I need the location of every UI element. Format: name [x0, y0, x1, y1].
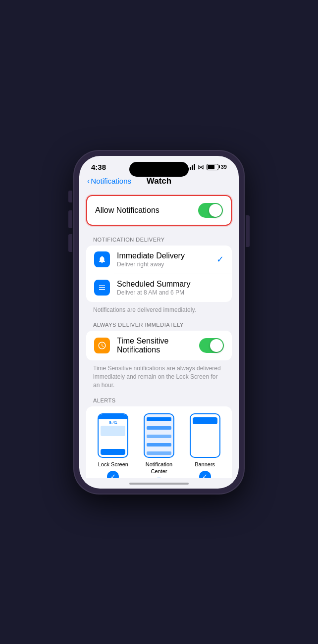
battery-percent: 39: [221, 164, 227, 170]
time-sensitive-row[interactable]: Time Sensitive Notifications: [86, 331, 232, 360]
time-sensitive-helper-text: Time Sensitive notifications are always …: [79, 360, 239, 391]
immediate-delivery-text: Immediate Delivery Deliver right away: [117, 251, 210, 268]
immediate-delivery-title: Immediate Delivery: [117, 251, 210, 260]
notification-center-alert-item[interactable]: NotificationCenter ✓: [144, 413, 174, 478]
lock-screen-check: ✓: [107, 471, 119, 478]
back-label: Notifications: [91, 177, 131, 185]
phone-screen: 4:38 ⋈ 39 ‹ Notifications Watch: [79, 156, 239, 489]
scroll-content: Allow Notifications NOTIFICATION DELIVER…: [79, 190, 239, 478]
dynamic-island: [129, 162, 189, 177]
allow-notifications-toggle[interactable]: [198, 203, 223, 218]
lock-screen-alert-item[interactable]: 9:41 Lock Screen ✓: [98, 413, 128, 478]
immediate-delivery-subtitle: Deliver right away: [117, 261, 210, 268]
toggle-knob: [209, 204, 222, 217]
bell-icon: [94, 251, 110, 267]
banners-label: Banners: [195, 461, 215, 468]
allow-notifications-row[interactable]: Allow Notifications: [86, 195, 232, 226]
notification-delivery-section-label: NOTIFICATION DELIVERY: [79, 231, 239, 246]
volume-down-button[interactable]: [68, 234, 72, 252]
chevron-left-icon: ‹: [87, 177, 90, 186]
volume-up-button[interactable]: [68, 210, 72, 228]
lock-screen-time: 9:41: [99, 419, 127, 426]
battery-icon: [207, 164, 218, 170]
page-title: Watch: [147, 176, 171, 186]
scheduled-summary-subtitle: Deliver at 8 AM and 6 PM: [117, 289, 224, 296]
list-icon: [94, 280, 110, 296]
banners-check: ✓: [199, 471, 211, 478]
always-deliver-section-label: ALWAYS DELIVER IMMEDIATELY: [79, 316, 239, 331]
silent-switch[interactable]: [68, 191, 72, 202]
delivery-helper-text: Notifications are delivered immediately.: [79, 302, 239, 316]
back-button[interactable]: ‹ Notifications: [87, 177, 131, 186]
phone-frame: 4:38 ⋈ 39 ‹ Notifications Watch: [74, 151, 244, 494]
signal-icon: [188, 164, 195, 170]
notification-delivery-card: Immediate Delivery Deliver right away ✓ …: [86, 246, 232, 302]
lock-screen-illustration: 9:41: [98, 413, 128, 458]
allow-notifications-label: Allow Notifications: [95, 206, 159, 215]
always-deliver-card: Time Sensitive Notifications: [86, 331, 232, 360]
scheduled-summary-title: Scheduled Summary: [117, 280, 224, 289]
immediate-delivery-row[interactable]: Immediate Delivery Deliver right away ✓: [86, 246, 232, 274]
time-sensitive-text: Time Sensitive Notifications: [117, 337, 192, 354]
notification-center-label: NotificationCenter: [146, 461, 172, 475]
time-sensitive-toggle[interactable]: [199, 338, 224, 353]
time-sensitive-toggle-knob: [210, 339, 223, 352]
wifi-icon: ⋈: [198, 163, 204, 171]
scheduled-summary-text: Scheduled Summary Deliver at 8 AM and 6 …: [117, 280, 224, 296]
clock-icon: [94, 338, 110, 353]
banners-illustration: [190, 413, 220, 458]
scheduled-summary-row[interactable]: Scheduled Summary Deliver at 8 AM and 6 …: [86, 274, 232, 302]
alerts-card: 9:41 Lock Screen ✓: [86, 406, 232, 478]
status-icons: ⋈ 39: [188, 163, 227, 171]
alerts-section-label: ALERTS: [79, 392, 239, 406]
home-indicator[interactable]: [129, 483, 189, 485]
power-button[interactable]: [246, 215, 250, 247]
immediate-delivery-check: ✓: [216, 254, 224, 265]
notification-center-illustration: [144, 413, 174, 458]
status-time: 4:38: [91, 163, 106, 171]
banners-alert-item[interactable]: Banners ✓: [190, 413, 220, 478]
time-sensitive-title: Time Sensitive Notifications: [117, 337, 192, 354]
lock-screen-label: Lock Screen: [98, 461, 128, 468]
